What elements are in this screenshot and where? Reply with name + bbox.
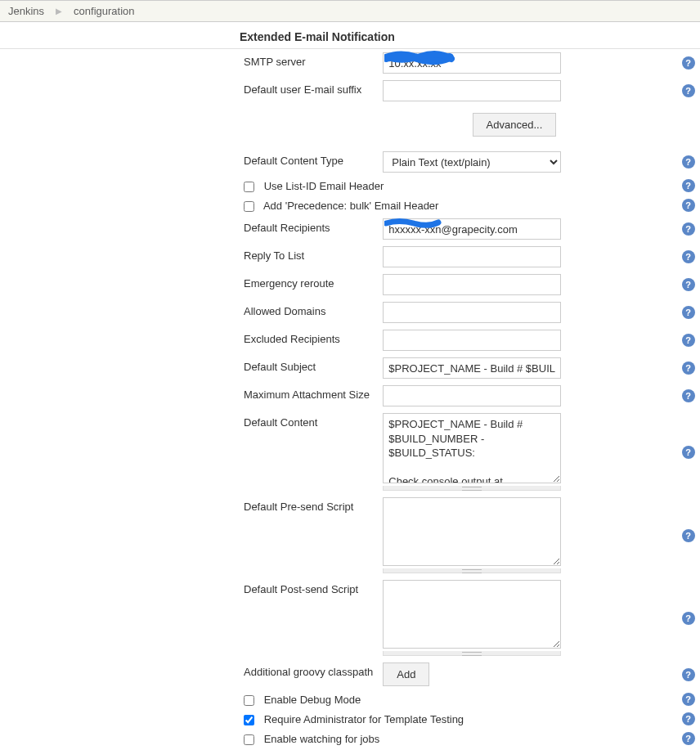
help-icon[interactable]: ? bbox=[682, 693, 695, 706]
label-max-attach: Maximum Attachment Size bbox=[0, 382, 378, 410]
label-default-suffix: Default user E-mail suffix bbox=[0, 77, 378, 105]
config-form: Extended E-mail Notification SMTP server… bbox=[0, 24, 700, 750]
help-icon[interactable]: ? bbox=[682, 529, 695, 542]
enable-debug-checkbox[interactable] bbox=[244, 695, 254, 706]
help-icon[interactable]: ? bbox=[682, 446, 695, 459]
label-smtp-server: SMTP server bbox=[0, 49, 378, 77]
allowed-domains-input[interactable] bbox=[383, 302, 561, 323]
help-icon[interactable]: ? bbox=[682, 179, 695, 192]
help-icon[interactable]: ? bbox=[682, 199, 695, 212]
add-classpath-button[interactable]: Add bbox=[383, 662, 429, 686]
excluded-recipients-input[interactable] bbox=[383, 330, 561, 351]
default-subject-input[interactable] bbox=[383, 357, 561, 379]
label-post-send: Default Post-send Script bbox=[0, 577, 378, 659]
chevron-right-icon: ▶ bbox=[56, 7, 62, 16]
help-icon[interactable]: ? bbox=[682, 668, 695, 681]
post-send-textarea[interactable] bbox=[383, 580, 561, 649]
help-icon[interactable]: ? bbox=[682, 222, 695, 236]
help-icon[interactable]: ? bbox=[682, 732, 695, 745]
help-icon[interactable]: ? bbox=[682, 84, 695, 97]
resize-grip[interactable] bbox=[383, 568, 561, 573]
section-title-email-ext: Extended E-mail Notification bbox=[0, 24, 700, 49]
content-type-select[interactable]: Plain Text (text/plain) bbox=[383, 151, 561, 173]
label-enable-debug: Enable Debug Mode bbox=[264, 694, 361, 706]
enable-watching-checkbox[interactable] bbox=[244, 734, 254, 745]
help-icon[interactable]: ? bbox=[682, 389, 695, 402]
label-default-content: Default Content bbox=[0, 410, 378, 494]
breadcrumb-page[interactable]: configuration bbox=[74, 5, 134, 17]
help-icon[interactable]: ? bbox=[682, 712, 695, 725]
emergency-reroute-input[interactable] bbox=[383, 274, 561, 295]
advanced-button[interactable]: Advanced... bbox=[473, 113, 557, 137]
label-allowed-domains: Allowed Domains bbox=[0, 299, 378, 326]
label-default-recipients: Default Recipients bbox=[0, 215, 378, 243]
default-suffix-input[interactable] bbox=[383, 80, 561, 101]
resize-grip[interactable] bbox=[383, 486, 561, 491]
label-require-admin: Require Administrator for Template Testi… bbox=[264, 713, 464, 725]
resize-grip[interactable] bbox=[383, 651, 561, 656]
use-list-id-checkbox[interactable] bbox=[244, 182, 254, 192]
help-icon[interactable]: ? bbox=[682, 306, 695, 319]
breadcrumb-root[interactable]: Jenkins bbox=[8, 5, 44, 17]
help-icon[interactable]: ? bbox=[682, 362, 695, 375]
help-icon[interactable]: ? bbox=[682, 278, 695, 291]
label-content-type: Default Content Type bbox=[0, 148, 378, 176]
redaction-mark bbox=[384, 217, 442, 230]
label-pre-send: Default Pre-send Script bbox=[0, 494, 378, 577]
label-reply-to: Reply To List bbox=[0, 243, 378, 271]
default-content-textarea[interactable]: $PROJECT_NAME - Build # $BUILD_NUMBER - … bbox=[383, 413, 561, 483]
breadcrumb: Jenkins ▶ configuration bbox=[0, 0, 700, 22]
require-admin-checkbox[interactable] bbox=[244, 715, 254, 725]
label-add-precedence: Add 'Precedence: bulk' Email Header bbox=[263, 200, 439, 212]
label-groovy-cp: Additional groovy classpath bbox=[0, 659, 378, 689]
help-icon[interactable]: ? bbox=[682, 250, 695, 263]
label-default-subject: Default Subject bbox=[0, 354, 378, 382]
pre-send-textarea[interactable] bbox=[383, 497, 561, 566]
help-icon[interactable]: ? bbox=[682, 56, 695, 70]
form-table: SMTP server ? Default user E-mail suffix… bbox=[0, 49, 700, 750]
help-icon[interactable]: ? bbox=[682, 334, 695, 347]
help-icon[interactable]: ? bbox=[682, 155, 695, 168]
add-precedence-checkbox[interactable] bbox=[244, 201, 254, 212]
label-enable-watching: Enable watching for jobs bbox=[264, 733, 380, 745]
label-emergency-reroute: Emergency reroute bbox=[0, 271, 378, 299]
redaction-mark bbox=[384, 51, 455, 65]
help-icon[interactable]: ? bbox=[682, 612, 695, 625]
reply-to-input[interactable] bbox=[383, 246, 561, 267]
label-excluded-recipients: Excluded Recipients bbox=[0, 326, 378, 354]
max-attach-input[interactable] bbox=[383, 385, 561, 406]
label-use-list-id: Use List-ID Email Header bbox=[264, 180, 384, 192]
